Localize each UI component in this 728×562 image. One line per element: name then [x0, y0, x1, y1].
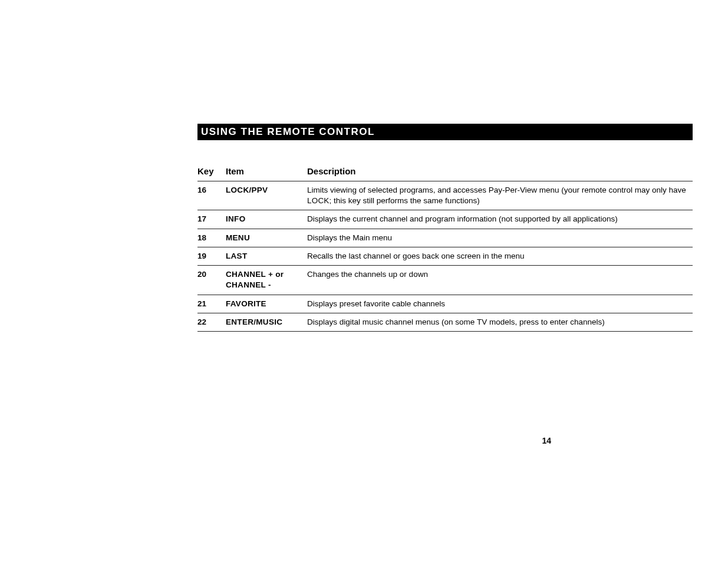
key-cell: 19: [197, 247, 226, 265]
desc-cell: Recalls the last channel or goes back on…: [307, 247, 693, 265]
item-cell: CHANNEL + or CHANNEL -: [226, 266, 307, 295]
desc-text: Limits viewing of selected programs, and…: [307, 186, 686, 194]
key-cell: 22: [197, 313, 226, 331]
key-cell: 18: [197, 229, 226, 247]
remote-keys-table: Key Item Description 16 LOCK/PPV Limits …: [197, 164, 693, 332]
key-cell: 17: [197, 210, 226, 229]
section-header: USING THE REMOTE CONTROL: [197, 124, 693, 140]
desc-text: Recalls the last channel or goes back on…: [307, 252, 524, 260]
table-row: 21 FAVORITE Displays preset favorite cab…: [197, 295, 693, 313]
document-page: USING THE REMOTE CONTROL Key Item Descri…: [0, 0, 728, 332]
desc-smallcaps: LOCK: [307, 196, 330, 205]
desc-cell: Displays preset favorite cable channels: [307, 295, 693, 313]
col-header-key: Key: [197, 164, 226, 181]
table-row: 20 CHANNEL + or CHANNEL - Changes the ch…: [197, 266, 693, 295]
desc-text: Displays digital music channel menus (on…: [307, 318, 605, 326]
col-header-item: Item: [226, 164, 307, 181]
item-cell: LOCK/PPV: [226, 181, 307, 210]
desc-text: Displays the Main menu: [307, 233, 392, 242]
desc-text: Displays preset favorite cable channels: [307, 299, 445, 308]
desc-cell: Displays the current channel and program…: [307, 210, 693, 229]
page-number: 14: [542, 436, 551, 445]
desc-text: Displays the current channel and program…: [307, 214, 618, 223]
item-cell: FAVORITE: [226, 295, 307, 313]
col-header-description: Description: [307, 164, 693, 181]
table-header-row: Key Item Description: [197, 164, 693, 181]
table-row: 16 LOCK/PPV Limits viewing of selected p…: [197, 181, 693, 210]
item-cell: MENU: [226, 229, 307, 247]
item-cell: INFO: [226, 210, 307, 229]
key-cell: 20: [197, 266, 226, 295]
table-row: 22 ENTER/MUSIC Displays digital music ch…: [197, 313, 693, 331]
desc-text: ; this key still performs the same funct…: [330, 196, 480, 205]
desc-cell: Displays the Main menu: [307, 229, 693, 247]
item-cell: LAST: [226, 247, 307, 265]
desc-text: Changes the channels up or down: [307, 270, 428, 279]
table-row: 17 INFO Displays the current channel and…: [197, 210, 693, 229]
table-row: 18 MENU Displays the Main menu: [197, 229, 693, 247]
desc-cell: Limits viewing of selected programs, and…: [307, 181, 693, 210]
desc-cell: Changes the channels up or down: [307, 266, 693, 295]
key-cell: 21: [197, 295, 226, 313]
item-cell: ENTER/MUSIC: [226, 313, 307, 331]
key-cell: 16: [197, 181, 226, 210]
desc-cell: Displays digital music channel menus (on…: [307, 313, 693, 331]
table-row: 19 LAST Recalls the last channel or goes…: [197, 247, 693, 265]
